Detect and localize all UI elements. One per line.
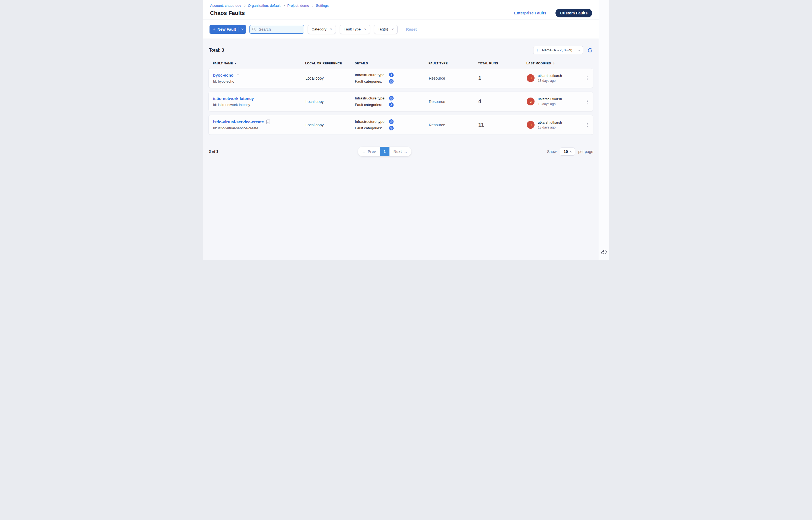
page-header: Account: chaos-dev Organization: default… bbox=[203, 0, 599, 20]
kubernetes-icon bbox=[389, 79, 394, 84]
kubernetes-icon bbox=[389, 102, 394, 107]
text-cursor bbox=[257, 27, 257, 31]
details-cell: Infrastructure type: Fault categories: bbox=[355, 119, 429, 131]
column-fault-name[interactable]: FAULT NAME ▲ bbox=[213, 62, 305, 65]
chevron-right-icon bbox=[311, 5, 313, 6]
refresh-icon bbox=[587, 48, 593, 53]
new-fault-split-button[interactable]: + New Fault bbox=[209, 25, 246, 34]
column-local-or-reference: LOCAL OR REFERENCE bbox=[305, 62, 355, 65]
modified-time: 13 days ago bbox=[538, 79, 562, 83]
filter-chip-category[interactable]: Category × bbox=[308, 25, 336, 34]
infrastructure-type-label: Infrastructure type: bbox=[355, 96, 389, 100]
filter-chip-fault-type[interactable]: Fault Type × bbox=[340, 25, 370, 34]
modified-by-user: utkarsh.utkarsh bbox=[538, 97, 562, 101]
kubernetes-icon bbox=[389, 126, 394, 131]
breadcrumb-settings[interactable]: Settings bbox=[316, 3, 329, 8]
column-fault-type: FAULT TYPE bbox=[429, 62, 478, 65]
sort-arrows-icon: ↑↓ bbox=[536, 48, 540, 52]
fault-name-link[interactable]: istio-network-latency bbox=[213, 96, 254, 101]
filter-chip-label: Tag(s) bbox=[378, 27, 388, 31]
custom-faults-button[interactable]: Custom Faults bbox=[556, 9, 592, 17]
filter-chip-label: Category bbox=[311, 27, 326, 31]
kubernetes-icon bbox=[389, 73, 394, 77]
help-chat-button[interactable] bbox=[601, 249, 608, 256]
search-box[interactable] bbox=[250, 25, 304, 34]
close-icon[interactable]: × bbox=[391, 27, 394, 31]
infrastructure-type-label: Infrastructure type: bbox=[355, 73, 389, 77]
fault-name-cell: istio-virtual-service-create Id: istio-v… bbox=[213, 120, 305, 130]
column-last-modified[interactable]: LAST MODIFIED ▲▼ bbox=[526, 62, 578, 65]
sort-dropdown[interactable]: ↑↓ Name (A→Z, 0→9) bbox=[533, 46, 583, 54]
chevron-right-icon bbox=[244, 5, 246, 6]
breadcrumb-account[interactable]: Account: chaos-dev bbox=[210, 3, 241, 8]
page-size-select[interactable]: 10 bbox=[560, 148, 575, 156]
table-header-row: FAULT NAME ▲ LOCAL OR REFERENCE DETAILS … bbox=[208, 62, 593, 68]
sort-selected-value: Name (A→Z, 0→9) bbox=[542, 48, 572, 52]
page-size-control: Show 10 per page bbox=[547, 148, 593, 156]
chevron-down-icon bbox=[241, 28, 244, 30]
filter-chip-tags[interactable]: Tag(s) × bbox=[374, 25, 398, 34]
row-menu-button[interactable] bbox=[586, 122, 589, 128]
fault-id-label: Id: istio-network-latency bbox=[213, 103, 305, 107]
avatar: u bbox=[527, 98, 535, 105]
chevron-down-icon bbox=[578, 49, 580, 51]
fault-row-istio-network-latency[interactable]: istio-network-latency Id: istio-network-… bbox=[208, 92, 593, 111]
infrastructure-type-label: Infrastructure type: bbox=[355, 120, 389, 124]
next-page-button[interactable]: Next → bbox=[389, 147, 411, 156]
arrow-left-icon: ← bbox=[362, 150, 366, 154]
total-runs-value: 1 bbox=[478, 75, 527, 81]
filter-chip-label: Fault Type bbox=[344, 27, 361, 31]
row-menu-button[interactable] bbox=[586, 75, 589, 81]
sort-both-icon: ▲▼ bbox=[553, 62, 555, 65]
fault-name-cell: byoc-echo Id: byoc-echo bbox=[213, 73, 305, 83]
fault-name-link[interactable]: byoc-echo bbox=[213, 73, 233, 77]
last-modified-cell: u utkarsh.utkarsh 13 days ago bbox=[527, 97, 578, 106]
per-page-label: per page bbox=[578, 150, 593, 154]
refresh-button[interactable] bbox=[587, 47, 593, 53]
new-fault-label: New Fault bbox=[218, 27, 236, 31]
column-label: FAULT NAME bbox=[213, 62, 233, 65]
modified-time: 13 days ago bbox=[538, 126, 562, 129]
fault-categories-label: Fault categories: bbox=[355, 126, 389, 130]
new-fault-dropdown-button[interactable] bbox=[239, 25, 246, 34]
fault-row-istio-virtual-service-create[interactable]: istio-virtual-service-create Id: istio-v… bbox=[208, 115, 593, 135]
local-or-reference-value: Local copy bbox=[305, 76, 355, 80]
page-1-button[interactable]: 1 bbox=[380, 147, 389, 156]
kubernetes-icon bbox=[389, 119, 394, 124]
chaos-faults-page: Account: chaos-dev Organization: default… bbox=[203, 0, 609, 260]
column-label: DETAILS bbox=[355, 62, 368, 65]
header-left: Account: chaos-dev Organization: default… bbox=[210, 3, 329, 20]
reset-filters-button[interactable]: Reset bbox=[406, 27, 417, 31]
column-label: LOCAL OR REFERENCE bbox=[305, 62, 342, 65]
copy-manifest-icon[interactable] bbox=[266, 120, 270, 124]
fault-categories-label: Fault categories: bbox=[355, 79, 389, 83]
fault-name-cell: istio-network-latency Id: istio-network-… bbox=[213, 96, 305, 107]
column-label: FAULT TYPE bbox=[429, 62, 448, 65]
search-icon bbox=[252, 27, 256, 31]
copy-manifest-icon[interactable] bbox=[236, 73, 240, 77]
chat-bubbles-icon bbox=[601, 249, 608, 256]
fault-name-link[interactable]: istio-virtual-service-create bbox=[213, 120, 264, 124]
plus-icon: + bbox=[213, 27, 215, 31]
fault-type-value: Resource bbox=[429, 123, 478, 127]
local-or-reference-value: Local copy bbox=[305, 99, 355, 104]
fault-id-label: Id: istio-virtual-service-create bbox=[213, 126, 305, 130]
new-fault-button[interactable]: + New Fault bbox=[209, 25, 238, 34]
arrow-right-icon: → bbox=[404, 150, 407, 154]
breadcrumb-project[interactable]: Project: demo bbox=[287, 3, 309, 8]
fault-categories-label: Fault categories: bbox=[355, 103, 389, 107]
breadcrumb-organization[interactable]: Organization: default bbox=[248, 3, 280, 8]
last-modified-cell: u utkarsh.utkarsh 13 days ago bbox=[527, 120, 578, 129]
column-label: TOTAL RUNS bbox=[478, 62, 498, 65]
enterprise-faults-link[interactable]: Enterprise Faults bbox=[514, 11, 546, 15]
close-icon[interactable]: × bbox=[330, 27, 332, 31]
prev-page-button[interactable]: ← Prev bbox=[358, 147, 380, 156]
close-icon[interactable]: × bbox=[364, 27, 366, 31]
chevron-right-icon bbox=[283, 5, 285, 6]
list-header-actions: ↑↓ Name (A→Z, 0→9) bbox=[533, 46, 593, 54]
pagination-summary: 3 of 3 bbox=[209, 150, 218, 154]
fault-row-byoc-echo[interactable]: byoc-echo Id: byoc-echo Local copy Infra… bbox=[208, 68, 593, 88]
modified-time: 13 days ago bbox=[538, 102, 562, 106]
row-menu-button[interactable] bbox=[586, 99, 589, 105]
search-input[interactable] bbox=[259, 27, 301, 31]
